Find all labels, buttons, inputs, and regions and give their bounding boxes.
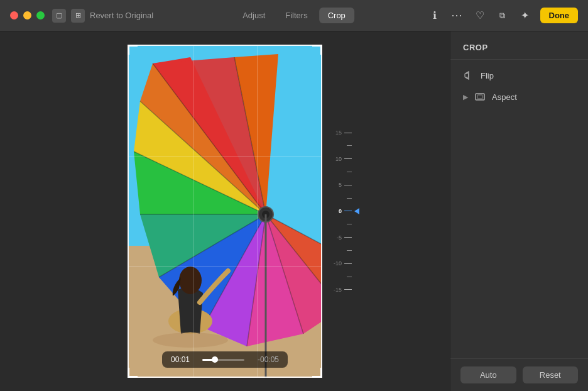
done-button[interactable]: Done — [540, 8, 579, 23]
dial-tick-minor3 — [347, 198, 352, 199]
svg-rect-22 — [477, 95, 482, 99]
dial-scale: 15 10 5 — [334, 129, 352, 293]
heart-icon-button[interactable]: ♡ — [472, 8, 487, 23]
flip-label: Flip — [481, 71, 494, 80]
aspect-icon — [474, 91, 486, 102]
dial-tick-15: 15 — [335, 129, 352, 136]
photo-canvas — [128, 45, 322, 378]
video-timeline[interactable]: 00:01 -00:05 — [162, 351, 288, 368]
dial-tick-minor1 — [347, 145, 352, 146]
minimize-button[interactable] — [23, 11, 31, 19]
magic-icon-button[interactable]: ✦ — [518, 8, 533, 23]
tab-crop[interactable]: Crop — [319, 8, 354, 23]
dial-tick-minor6 — [347, 277, 352, 277]
sidebar: CROP Flip ▶ — [450, 31, 588, 391]
window-controls: ▢ ⊞ — [52, 9, 85, 23]
sidebar-items: Flip ▶ Aspect — [450, 60, 588, 358]
window-single-icon[interactable]: ▢ — [52, 9, 66, 23]
window-grid-icon[interactable]: ⊞ — [71, 9, 85, 23]
info-icon-button[interactable]: ℹ — [427, 8, 442, 23]
dial-tick-minor2 — [347, 172, 352, 172]
aspect-chevron-icon: ▶ — [463, 93, 468, 101]
revert-button[interactable]: Revert to Original — [90, 11, 153, 20]
dial-tick-0: 0 — [339, 208, 352, 214]
tab-adjust[interactable]: Adjust — [234, 8, 274, 23]
main-content: 15 10 5 — [0, 31, 588, 391]
auto-button[interactable]: Auto — [460, 366, 516, 383]
sidebar-title: CROP — [463, 43, 488, 52]
dial-tick-5: 5 — [339, 182, 352, 188]
sidebar-item-flip[interactable]: Flip — [450, 65, 588, 86]
more-icon-button[interactable]: ··· — [450, 8, 465, 23]
image-area: 15 10 5 — [0, 31, 450, 391]
titlebar: ▢ ⊞ Revert to Original Adjust Filters Cr… — [0, 0, 588, 31]
dial-tick-neg5: -5 — [337, 234, 352, 241]
timeline-track[interactable] — [202, 359, 244, 361]
remaining-time: -00:05 — [251, 355, 279, 364]
duplicate-icon-button[interactable]: ⧉ — [495, 8, 510, 23]
sidebar-item-aspect[interactable]: ▶ Aspect — [450, 86, 588, 107]
tab-bar: Adjust Filters Crop — [234, 8, 354, 23]
svg-rect-20 — [465, 74, 469, 77]
close-button[interactable] — [10, 11, 18, 19]
traffic-lights — [10, 11, 45, 19]
aspect-label: Aspect — [492, 92, 517, 102]
dial-tick-neg15: -15 — [334, 287, 352, 293]
dial-tick-minor5 — [347, 250, 352, 251]
tab-filters[interactable]: Filters — [276, 8, 316, 23]
current-time: 00:01 — [171, 355, 196, 364]
svg-point-18 — [153, 333, 228, 348]
sidebar-footer: Auto Reset — [450, 358, 588, 391]
titlebar-right: ℹ ··· ♡ ⧉ ✦ Done — [427, 8, 579, 23]
dial-tick-neg10: -10 — [334, 260, 352, 267]
timeline-thumb[interactable] — [212, 356, 218, 363]
svg-rect-19 — [465, 74, 469, 77]
maximize-button[interactable] — [36, 11, 45, 19]
dial-tick-minor4 — [347, 224, 352, 224]
sidebar-header: CROP — [450, 31, 588, 60]
dial-tick-10: 10 — [335, 156, 352, 162]
reset-button[interactable]: Reset — [523, 366, 579, 383]
svg-point-17 — [179, 267, 202, 294]
image-container[interactable]: 15 10 5 — [128, 45, 322, 378]
flip-icon — [463, 70, 474, 81]
rotation-dial[interactable]: 15 10 5 — [325, 129, 360, 293]
